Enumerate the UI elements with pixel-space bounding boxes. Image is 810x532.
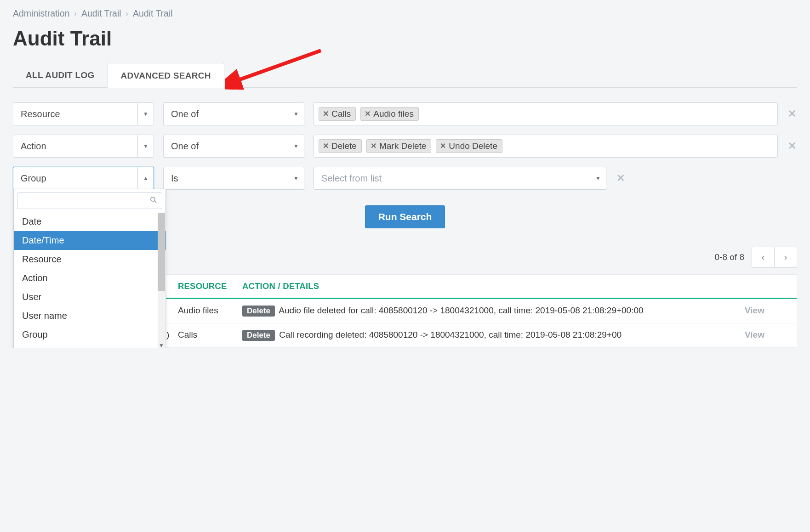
pager-prev-button[interactable]: ‹ (752, 247, 775, 268)
chevron-right-icon: › (74, 10, 77, 18)
cell-resource: Audio files (178, 306, 242, 316)
tag-label: Delete (331, 141, 357, 151)
dropdown-list: DateDate/TimeResourceActionUserUser name… (14, 212, 165, 348)
filter-op-select[interactable]: One of ▼ (163, 102, 304, 125)
close-icon[interactable]: ✕ (323, 110, 329, 118)
filter-op-select[interactable]: Is ▼ (163, 167, 304, 190)
tag-undo-delete[interactable]: ✕Undo Delete (436, 139, 502, 153)
tag-label: Mark Delete (379, 141, 426, 151)
caret-down-icon: ▼ (137, 135, 154, 157)
dropdown-option[interactable]: Date (14, 212, 165, 231)
filter-row-group: Group ▲ DateDate/TimeResourceActionUserU… (13, 167, 797, 190)
breadcrumb-item[interactable]: Administration (13, 8, 70, 19)
tabs: ALL AUDIT LOG ADVANCED SEARCH (13, 63, 797, 88)
dropdown-option[interactable]: Resource (14, 250, 165, 269)
filter-field-select[interactable]: Action ▼ (13, 135, 154, 158)
view-link[interactable]: View (745, 330, 788, 340)
chevron-left-icon: ‹ (762, 252, 764, 262)
breadcrumb: Administration › Audit Trail › Audit Tra… (13, 8, 797, 19)
cell-action-details: Delete Audio file deleted for call: 4085… (242, 306, 745, 317)
breadcrumb-item[interactable]: Audit Trail (133, 8, 173, 19)
action-details-text: Call recording deleted: 4085800120 -> 18… (277, 330, 622, 340)
svg-line-2 (154, 201, 156, 203)
filter-field-select[interactable]: Resource ▼ (13, 102, 154, 125)
caret-down-icon: ▼ (288, 103, 304, 125)
tab-all-audit-log[interactable]: ALL AUDIT LOG (13, 63, 108, 87)
dropdown-option[interactable]: Action (14, 269, 165, 288)
remove-filter-button[interactable]: ✕ (787, 108, 797, 120)
view-link[interactable]: View (745, 306, 788, 316)
svg-point-1 (151, 197, 155, 201)
search-icon (150, 196, 157, 206)
tag-calls[interactable]: ✕Calls (319, 107, 356, 121)
filter-op-label: One of (164, 103, 288, 125)
dropdown-search-input[interactable] (22, 195, 150, 206)
filter-op-label: One of (164, 135, 288, 157)
scrollbar-thumb[interactable] (158, 213, 165, 291)
action-badge: Delete (242, 306, 275, 317)
close-icon[interactable]: ✕ (365, 110, 371, 118)
filter-field-label: Group (13, 167, 137, 189)
filter-field-dropdown: DateDate/TimeResourceActionUserUser name… (13, 189, 166, 348)
dropdown-search (14, 189, 165, 212)
filter-op-label: Is (164, 167, 288, 189)
cell-action-details: Delete Call recording deleted: 408580012… (242, 330, 745, 341)
th-action-details: ACTION / DETAILS (242, 281, 745, 291)
filter-row-action: Action ▼ One of ▼ ✕Delete ✕Mark Delete ✕… (13, 135, 797, 158)
filter-value-placeholder: Select from list (314, 167, 590, 189)
dropdown-option[interactable]: Date/Time (14, 231, 165, 250)
run-search-button[interactable]: Run Search (365, 205, 445, 228)
caret-down-icon: ▼ (590, 167, 606, 189)
dropdown-option[interactable]: Group (14, 325, 165, 344)
dropdown-option[interactable]: Client ip address (14, 344, 165, 348)
caret-down-icon: ▼ (288, 135, 304, 157)
filter-row-resource: Resource ▼ One of ▼ ✕Calls ✕Audio files … (13, 102, 797, 125)
cell-resource: Calls (178, 330, 242, 340)
filter-field-select[interactable]: Group ▲ DateDate/TimeResourceActionUserU… (13, 167, 154, 190)
caret-down-icon: ▼ (288, 167, 304, 189)
tag-label: Audio files (373, 109, 414, 119)
th-resource: RESOURCE (178, 281, 242, 291)
action-details-text: Audio file deleted for call: 4085800120 … (277, 306, 644, 315)
tag-label: Undo Delete (449, 141, 497, 151)
pager-next-button[interactable]: › (775, 247, 797, 268)
close-icon[interactable]: ✕ (371, 142, 376, 150)
tab-advanced-search[interactable]: ADVANCED SEARCH (108, 63, 224, 88)
scrollbar-down-icon[interactable]: ▼ (158, 341, 165, 348)
dropdown-option[interactable]: User name (14, 306, 165, 325)
th-blank (745, 281, 788, 291)
action-badge: Delete (242, 330, 275, 341)
tag-audio-files[interactable]: ✕Audio files (360, 107, 419, 121)
close-icon[interactable]: ✕ (323, 142, 329, 150)
breadcrumb-item[interactable]: Audit Trail (81, 8, 121, 19)
dropdown-option[interactable]: User (14, 288, 165, 306)
chevron-right-icon: › (126, 10, 128, 18)
tag-label: Calls (331, 109, 351, 119)
filter-op-select[interactable]: One of ▼ (163, 135, 304, 158)
remove-filter-button[interactable]: ✕ (616, 172, 626, 184)
filter-field-label: Action (13, 135, 137, 157)
tag-delete[interactable]: ✕Delete (319, 139, 362, 153)
pager-info: 0-8 of 8 (715, 252, 744, 262)
filter-field-label: Resource (13, 103, 137, 125)
page-title: Audit Trail (13, 27, 797, 50)
remove-filter-button[interactable]: ✕ (787, 140, 797, 152)
tag-mark-delete[interactable]: ✕Mark Delete (366, 139, 431, 153)
filter-value-tagbox[interactable]: ✕Delete ✕Mark Delete ✕Undo Delete (314, 135, 778, 158)
filter-value-select[interactable]: Select from list ▼ (314, 167, 606, 190)
caret-up-icon: ▲ (137, 167, 154, 189)
close-icon[interactable]: ✕ (440, 142, 446, 150)
chevron-right-icon: › (784, 252, 787, 262)
caret-down-icon: ▼ (137, 103, 154, 125)
filter-value-tagbox[interactable]: ✕Calls ✕Audio files (314, 102, 778, 125)
